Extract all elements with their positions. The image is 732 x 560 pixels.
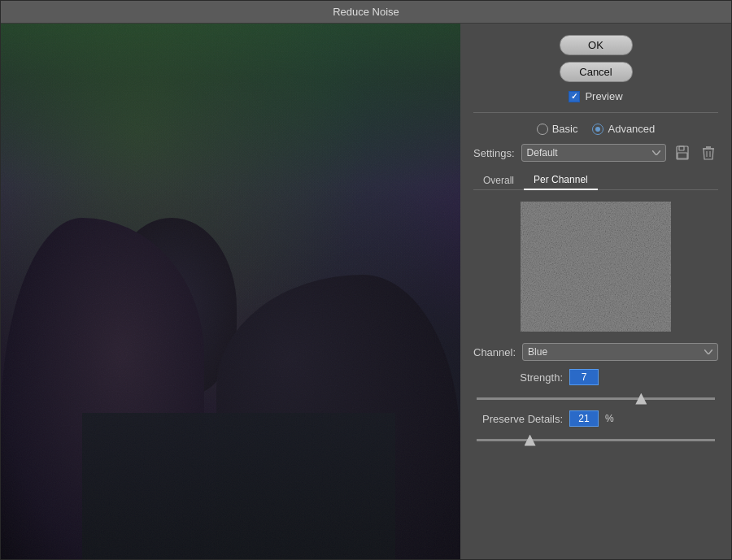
preserve-details-value[interactable]: 21 xyxy=(569,410,599,427)
strength-value[interactable]: 7 xyxy=(569,369,599,385)
settings-row: Settings: Default Custom xyxy=(473,143,718,163)
preview-image xyxy=(1,24,460,559)
strength-row: Strength: 7 xyxy=(473,369,718,385)
preview-checkbox[interactable] xyxy=(569,91,580,102)
dialog: Reduce Noise OK Cancel Previe xyxy=(0,0,732,560)
svg-rect-7 xyxy=(521,202,671,332)
svg-rect-2 xyxy=(678,153,687,158)
basic-label: Basic xyxy=(552,123,578,135)
divider-1 xyxy=(473,112,718,113)
preview-label: Preview xyxy=(585,90,622,102)
advanced-radio-option[interactable]: Advanced xyxy=(592,123,655,135)
settings-dropdown[interactable]: Default Custom xyxy=(521,144,666,162)
bottom-spacer xyxy=(473,452,718,548)
tabs-row: Overall Per Channel xyxy=(473,171,718,190)
basic-radio[interactable] xyxy=(537,124,548,135)
channel-row: Channel: Blue Red Green xyxy=(473,343,718,361)
mode-radio-row: Basic Advanced xyxy=(473,123,718,135)
action-buttons: OK Cancel xyxy=(473,35,718,82)
preserve-details-section: Preserve Details: 21 % xyxy=(473,410,718,444)
channel-dropdown[interactable]: Blue Red Green xyxy=(522,343,718,361)
advanced-radio[interactable] xyxy=(592,124,603,135)
grain-overlay xyxy=(1,24,460,559)
save-settings-icon[interactable] xyxy=(673,143,692,163)
dialog-body: OK Cancel Preview Basic Advanced xyxy=(1,24,731,559)
preview-row: Preview xyxy=(473,90,718,102)
strength-label: Strength: xyxy=(473,371,563,384)
advanced-label: Advanced xyxy=(608,123,655,135)
ok-button[interactable]: OK xyxy=(560,35,633,55)
dialog-title: Reduce Noise xyxy=(333,6,399,18)
strength-section: Strength: 7 xyxy=(473,369,718,402)
channel-preview-thumbnail xyxy=(521,202,671,332)
cancel-button[interactable]: Cancel xyxy=(560,62,633,82)
strength-slider[interactable] xyxy=(477,397,715,400)
svg-rect-1 xyxy=(679,146,684,150)
preserve-details-row: Preserve Details: 21 % xyxy=(473,410,718,427)
preview-area[interactable] xyxy=(1,24,460,559)
settings-label: Settings: xyxy=(473,147,515,159)
delete-settings-icon[interactable] xyxy=(699,143,718,163)
preserve-details-label: Preserve Details: xyxy=(473,413,563,425)
right-panel: OK Cancel Preview Basic Advanced xyxy=(460,24,731,559)
preserve-details-slider[interactable] xyxy=(477,439,715,441)
channel-label: Channel: xyxy=(473,346,516,358)
preserve-details-unit: % xyxy=(605,413,614,424)
tab-per-channel[interactable]: Per Channel xyxy=(524,171,598,190)
tab-overall[interactable]: Overall xyxy=(473,171,524,189)
title-bar: Reduce Noise xyxy=(1,1,731,24)
basic-radio-option[interactable]: Basic xyxy=(537,123,578,135)
